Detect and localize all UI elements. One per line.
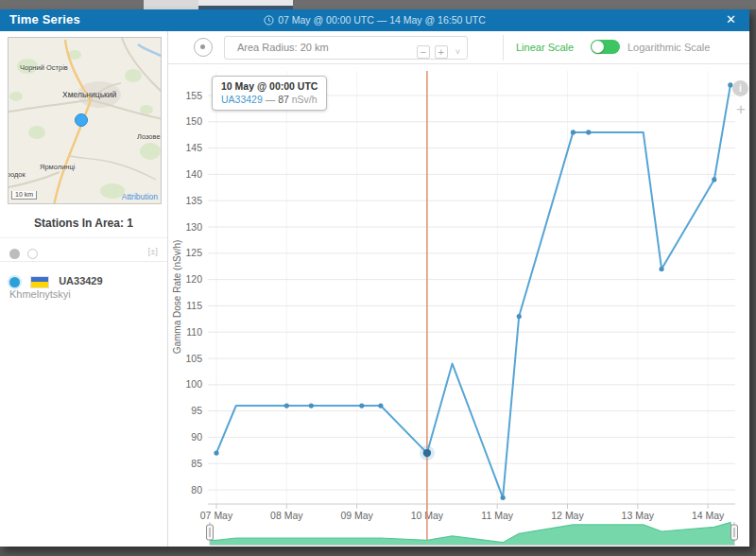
- linear-scale-label[interactable]: Linear Scale: [516, 42, 574, 53]
- x-tick-label: 11 May: [481, 510, 513, 521]
- map-label-lozove: Лозове: [137, 132, 161, 141]
- data-point-marker[interactable]: [359, 403, 364, 408]
- data-point-marker[interactable]: [517, 314, 522, 319]
- tooltip-unit: nSv/h: [292, 94, 318, 105]
- data-point-marker[interactable]: [501, 495, 506, 500]
- mini-map[interactable]: Чорний Острів Хмельницький Лозове Ярмоли…: [8, 37, 162, 204]
- stations-in-area-header: Stations In Area: 1: [0, 217, 167, 230]
- sidebar: Чорний Острів Хмельницький Лозове Ярмоли…: [0, 31, 168, 547]
- chart-info-icon[interactable]: i: [732, 80, 748, 96]
- data-point-marker[interactable]: [284, 403, 289, 408]
- y-tick-label: 80: [191, 484, 202, 495]
- close-icon[interactable]: ✕: [726, 12, 736, 26]
- station-id: UA33429: [59, 275, 102, 287]
- map-label-yarmolyntsi: Ярмолинці: [40, 163, 75, 171]
- app-background: Time Series 07 May @ 00:00 UTC — 14 May …: [0, 0, 756, 556]
- data-point-marker[interactable]: [712, 177, 716, 182]
- y-tick-label: 90: [191, 431, 202, 443]
- station-list-item[interactable]: UA33429 Khmelnytskyi: [0, 269, 167, 305]
- navigator[interactable]: [207, 522, 738, 546]
- y-tick-label: 125: [185, 247, 202, 258]
- y-gridlines: 8085909510010511011512012513013514014515…: [185, 90, 735, 495]
- logarithmic-scale-label[interactable]: Logarithmic Scale: [627, 42, 710, 53]
- station-selected-radio[interactable]: [9, 277, 20, 287]
- deselect-all-stations-dot[interactable]: [27, 249, 38, 259]
- data-point-marker[interactable]: [586, 130, 591, 134]
- station-name: Khmelnytskyi: [9, 288, 71, 300]
- x-tick-label: 08 May: [270, 510, 303, 521]
- data-point-marker[interactable]: [378, 403, 383, 408]
- toggle-knob: [592, 41, 604, 53]
- chevron-down-icon[interactable]: ˅: [455, 42, 460, 63]
- area-radius-value: Area Radius: 20 km: [237, 42, 329, 53]
- time-series-chart[interactable]: 07 May08 May09 May10 May11 May12 May13 M…: [168, 64, 749, 547]
- chart-zoom-in-icon[interactable]: +: [733, 102, 748, 117]
- y-tick-label: 115: [186, 300, 202, 311]
- y-tick-label: 140: [185, 168, 202, 180]
- data-point-marker[interactable]: [659, 267, 663, 271]
- map-label-chornyi-ostriv: Чорний Острів: [20, 63, 68, 72]
- y-tick-label: 110: [186, 326, 202, 338]
- tooltip-station-id: UA33429: [221, 94, 263, 105]
- select-all-stations-dot[interactable]: [9, 249, 20, 259]
- chart-control-bar: Area Radius: 20 km − + ˅ Linear Scale Lo…: [168, 31, 749, 64]
- y-tick-label: 135: [185, 195, 202, 206]
- x-tick-label: 12 May: [551, 510, 584, 521]
- date-range: 07 May @ 00:00 UTC — 14 May @ 16:50 UTC: [0, 14, 749, 26]
- scale-toggle[interactable]: [591, 40, 620, 54]
- x-gridlines: 07 May08 May09 May10 May11 May12 May13 M…: [200, 71, 725, 521]
- map-label-horodok: Городок: [8, 170, 26, 179]
- map-scale-bar: 10 km: [11, 191, 37, 200]
- map-label-khmelnytskyi: Хмельницький: [62, 90, 116, 99]
- expand-stations-icon[interactable]: [±]: [148, 246, 159, 256]
- data-point-marker[interactable]: [214, 450, 218, 455]
- y-tick-label: 145: [185, 142, 202, 153]
- y-tick-label: 130: [185, 221, 202, 233]
- data-point-marker[interactable]: [571, 130, 576, 134]
- y-tick-label: 150: [185, 115, 202, 127]
- x-tick-label: 13 May: [622, 510, 655, 521]
- radius-increase-button[interactable]: +: [435, 45, 448, 59]
- station-list-toolbar: [±]: [0, 237, 167, 262]
- y-tick-label: 120: [185, 273, 202, 285]
- map-attribution-link[interactable]: Attribution: [122, 192, 158, 201]
- chart-tooltip: 10 May @ 00:00 UTC UA33429 — 87 nSv/h: [212, 76, 327, 111]
- time-series-modal: Time Series 07 May @ 00:00 UTC — 14 May …: [0, 9, 749, 547]
- data-point-marker[interactable]: [309, 403, 314, 408]
- area-radius-input[interactable]: Area Radius: 20 km − + ˅: [224, 36, 468, 60]
- ukraine-flag-icon: [30, 276, 49, 288]
- tooltip-date: 10 May @ 00:00 UTC: [221, 80, 318, 92]
- y-tick-label: 95: [191, 405, 202, 416]
- tooltip-value-row: UA33429 — 87 nSv/h: [221, 94, 318, 105]
- modal-header: Time Series 07 May @ 00:00 UTC — 14 May …: [0, 9, 749, 31]
- radius-decrease-button[interactable]: −: [417, 45, 430, 59]
- underlying-page-strip: [0, 0, 756, 9]
- station-map-marker[interactable]: [76, 114, 88, 127]
- y-tick-label: 85: [191, 458, 202, 469]
- x-tick-label: 09 May: [340, 510, 373, 521]
- y-axis-title: Gamma Dose Rate (nSv/h): [172, 240, 182, 355]
- locate-target-icon[interactable]: [194, 38, 213, 57]
- clock-icon: [264, 15, 274, 26]
- y-tick-label: 100: [185, 378, 202, 390]
- series-line[interactable]: [216, 85, 730, 497]
- x-tick-label: 07 May: [200, 510, 233, 521]
- y-tick-label: 155: [185, 90, 202, 101]
- y-tick-label: 105: [185, 353, 202, 364]
- x-tick-label: 14 May: [692, 510, 725, 521]
- navigator-area: [210, 523, 734, 546]
- hovered-data-point[interactable]: [423, 449, 431, 457]
- date-range-text: 07 May @ 00:00 UTC — 14 May @ 16:50 UTC: [278, 14, 486, 26]
- divider: [503, 35, 504, 61]
- tooltip-value: 87: [278, 94, 289, 105]
- chart-section: Area Radius: 20 km − + ˅ Linear Scale Lo…: [168, 31, 749, 547]
